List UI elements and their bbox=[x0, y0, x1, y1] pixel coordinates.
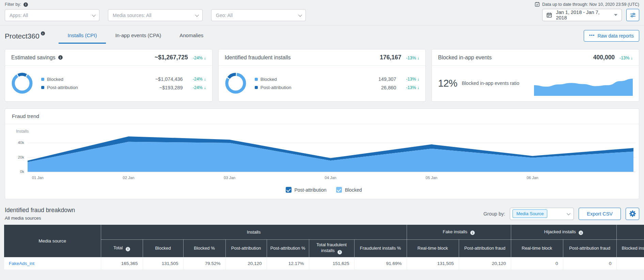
cell-media-source: FakeAds_int bbox=[4, 257, 101, 269]
trend-legend: Post-attribution Blocked bbox=[12, 187, 635, 193]
card-value: ~$1,267,725 bbox=[155, 54, 188, 61]
legend-swatch bbox=[255, 86, 258, 89]
filter-info-icon[interactable]: i bbox=[23, 2, 28, 7]
card-change: -13% ↓ bbox=[406, 56, 419, 60]
estimated-savings-card: Estimated savings i ~$1,267,725 -24% ↓ B… bbox=[5, 49, 213, 102]
info-icon[interactable]: i bbox=[58, 55, 63, 60]
x-tick-label: 04 Jan bbox=[325, 176, 336, 180]
legend-swatch bbox=[41, 86, 44, 89]
export-csv-button[interactable]: Export CSV bbox=[579, 208, 621, 220]
table-row: FakeAds_int165,365131,50579.52%20,12012.… bbox=[4, 257, 644, 269]
kpi-cards-row: Estimated savings i ~$1,267,725 -24% ↓ B… bbox=[5, 49, 639, 102]
blocked-events-ratio-value: 12% bbox=[438, 78, 457, 89]
y-tick-label: 0k bbox=[12, 170, 24, 174]
cell-value: 20,120 bbox=[459, 257, 511, 269]
protect360-info-icon[interactable]: i bbox=[41, 31, 45, 35]
media-source-link[interactable]: FakeAds_int bbox=[9, 261, 34, 266]
column-header[interactable]: Real-time block bbox=[511, 239, 563, 257]
fraud-trend-svg: 01 Jan02 Jan03 Jan04 Jan05 Jan06 Jan bbox=[28, 134, 635, 182]
breakdown-header: Identified fraud breakdown All media sou… bbox=[5, 207, 639, 221]
y-axis-title: Installs bbox=[16, 129, 635, 134]
savings-donut-chart bbox=[11, 72, 33, 94]
page-header: Protect360 i Installs (CPI) In-app event… bbox=[0, 26, 644, 44]
y-tick-label: 40k bbox=[12, 141, 24, 145]
geo-filter-dropdown[interactable]: Geo: All bbox=[211, 9, 306, 21]
legend-swatch bbox=[255, 78, 258, 81]
info-icon[interactable]: i bbox=[126, 247, 130, 251]
caret-down-icon bbox=[614, 14, 617, 16]
column-header[interactable]: Post-attribution fraud bbox=[459, 239, 511, 257]
raw-data-reports-button[interactable]: ••• Raw data reports bbox=[584, 30, 639, 42]
blocked-events-sparkline bbox=[534, 77, 633, 96]
apps-filter-dropdown[interactable]: Apps: All bbox=[5, 9, 99, 21]
advanced-filters-button[interactable] bbox=[626, 9, 639, 21]
column-group-header: Fake installs i bbox=[407, 225, 511, 239]
column-header-media-source[interactable]: Media source bbox=[4, 225, 101, 257]
info-icon[interactable]: i bbox=[579, 231, 583, 235]
filter-by-label: Filter by: bbox=[5, 2, 21, 7]
page-title: Protect360 i bbox=[5, 32, 45, 44]
y-tick-label: 20k bbox=[12, 155, 24, 159]
top-filter-bar: Filter by: i Apps: All Media sources: Al… bbox=[0, 0, 644, 26]
legend-checkbox-post-attribution[interactable]: Post-attribution bbox=[286, 187, 327, 193]
cell-value: 151,625 bbox=[309, 257, 354, 269]
cell-value: 0 bbox=[563, 257, 616, 269]
legend-blocked: Blocked bbox=[255, 77, 292, 82]
group-by-dropdown[interactable]: Media Source bbox=[510, 208, 574, 220]
info-icon[interactable]: i bbox=[337, 250, 342, 254]
data-up-to-date-text: Data up to date through: Nov 10, 2020 23… bbox=[542, 2, 639, 7]
column-header[interactable]: Real-time block bbox=[407, 239, 459, 257]
card-value: 400,000 bbox=[593, 54, 615, 61]
checked-checkbox-icon[interactable] bbox=[286, 187, 292, 193]
column-header[interactable]: Post-attribution fraud bbox=[563, 239, 616, 257]
cell-value: 12.17% bbox=[267, 257, 309, 269]
card-title: Estimated savings bbox=[11, 55, 56, 61]
group-by-label: Group by: bbox=[484, 211, 505, 217]
column-group-header: Installs bbox=[101, 225, 407, 239]
fraudulent-installs-card: Identified fraudulent installs 176,167 -… bbox=[218, 49, 426, 102]
date-range-picker[interactable]: Jan 1, 2018 - Jan 7, 2018 bbox=[542, 9, 622, 21]
calendar-check-icon bbox=[535, 2, 540, 7]
post-attribution-change: -24% ↓ bbox=[188, 85, 206, 90]
tab-installs-cpi[interactable]: Installs (CPI) bbox=[59, 30, 106, 44]
gear-icon bbox=[629, 210, 636, 217]
blocked-value: 149,307 bbox=[378, 76, 396, 82]
post-attribution-change: -13% ↓ bbox=[402, 85, 419, 90]
breakdown-title: Identified fraud breakdown bbox=[5, 207, 75, 214]
blocked-value: ~$1,074,436 bbox=[155, 76, 183, 82]
column-group-header bbox=[616, 225, 644, 239]
apps-filter-value: Apps: All bbox=[10, 13, 28, 18]
geo-filter-value: Geo: All bbox=[216, 13, 233, 18]
fraud-donut-chart bbox=[225, 72, 247, 94]
column-header[interactable]: Total fraudulent installs i bbox=[309, 239, 354, 257]
blocked-events-card: Blocked in-app events 400,000 -13% ↓ 12%… bbox=[431, 49, 639, 102]
x-tick-label: 06 Jan bbox=[527, 176, 538, 180]
column-header[interactable]: Blocked installs bbox=[616, 239, 644, 257]
x-tick-label: 01 Jan bbox=[32, 176, 44, 180]
tab-in-app-events-cpa[interactable]: In-app events (CPA) bbox=[106, 30, 170, 44]
info-icon[interactable]: i bbox=[470, 231, 475, 235]
column-header[interactable]: Blocked bbox=[143, 239, 183, 257]
column-group-header: Hijacked installs i bbox=[511, 225, 616, 239]
table-settings-button[interactable] bbox=[626, 208, 639, 220]
column-header[interactable]: Post-attribution bbox=[225, 239, 267, 257]
column-header[interactable]: Total i bbox=[101, 239, 143, 257]
group-by-selected-chip[interactable]: Media Source bbox=[513, 209, 547, 218]
fraud-trend-title: Fraud trend bbox=[5, 109, 639, 124]
legend-checkbox-blocked[interactable]: Blocked bbox=[336, 187, 362, 193]
post-attribution-value: ~$193,289 bbox=[155, 85, 183, 90]
checked-checkbox-icon[interactable] bbox=[336, 187, 342, 193]
column-header[interactable]: Fraudulent installs % bbox=[354, 239, 407, 257]
column-header[interactable]: Blocked % bbox=[183, 239, 225, 257]
card-value: 176,167 bbox=[380, 54, 401, 61]
blocked-events-ratio-label: Blocked in-app events ratio bbox=[462, 80, 519, 86]
breakdown-subtitle: All media sources bbox=[5, 216, 75, 221]
tab-anomalies[interactable]: Anomalies bbox=[170, 30, 213, 44]
media-sources-filter-dropdown[interactable]: Media sources: All bbox=[108, 9, 203, 21]
card-change: -13% ↓ bbox=[619, 56, 633, 60]
chevron-down-icon bbox=[92, 13, 96, 16]
card-change: -24% ↓ bbox=[193, 56, 206, 60]
column-header[interactable]: Post-attribution % bbox=[267, 239, 309, 257]
cell-value: 0 bbox=[511, 257, 563, 269]
chevron-down-icon bbox=[195, 13, 199, 16]
